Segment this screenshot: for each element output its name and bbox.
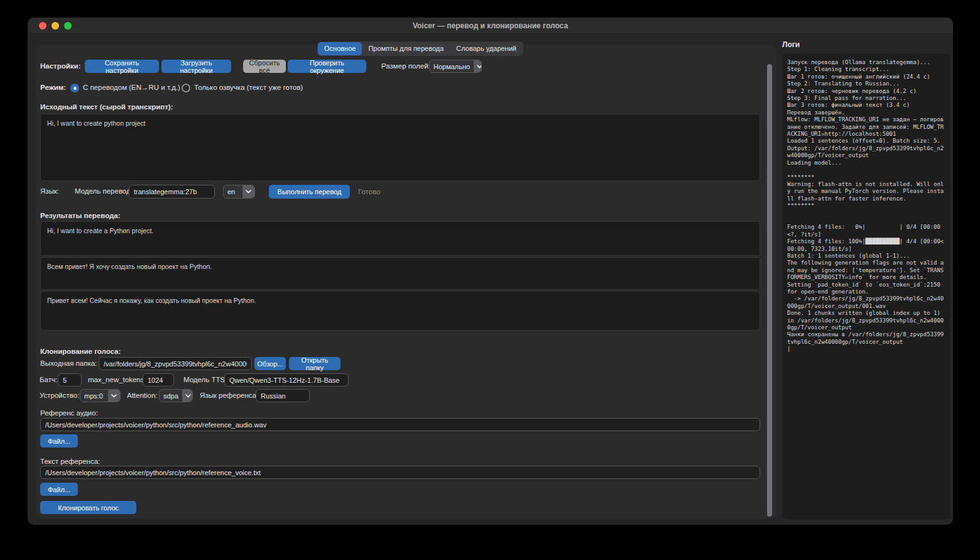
output-folder-input[interactable] xyxy=(99,357,252,370)
max-new-tokens-input[interactable] xyxy=(143,373,174,387)
chevron-down-icon xyxy=(182,390,193,402)
voice-cloning-label: Клонирование голоса: xyxy=(40,345,121,358)
results-label: Результаты перевода: xyxy=(40,209,121,222)
result-text-area-3[interactable]: Привет всем! Сейчас я покажу, как создат… xyxy=(40,291,760,331)
open-folder-button[interactable]: Открыть папку xyxy=(289,357,340,370)
device-label: Устройство: xyxy=(40,389,79,402)
reference-audio-input[interactable] xyxy=(40,418,760,431)
language-label: Язык: xyxy=(40,185,59,198)
device-select[interactable]: mps:0 xyxy=(80,389,121,402)
log-output: Запуск перевода (Ollama translategemma).… xyxy=(782,53,950,519)
chevron-down-icon xyxy=(108,390,120,402)
mode-voice-only-label: Только озвучка (текст уже готов) xyxy=(194,81,303,94)
result-text-area-2[interactable]: Всем привет! Я хочу создать новый проект… xyxy=(40,257,760,290)
field-size-label: Размер полей: xyxy=(381,60,430,73)
traffic-lights xyxy=(39,22,72,30)
device-value: mps:0 xyxy=(80,390,108,402)
title-bar: Voicer — перевод и клонирование голоса xyxy=(28,18,953,34)
chevron-down-icon xyxy=(242,185,254,198)
check-environment-button[interactable]: Проверить окружение xyxy=(288,60,366,73)
clone-voice-button[interactable]: Клонировать голос xyxy=(40,501,136,514)
reset-all-button[interactable]: Сбросить всё xyxy=(243,60,286,73)
browse-button[interactable]: Обзор... xyxy=(254,357,286,370)
result-text-area-1[interactable]: Hi, I want to create a Python project. xyxy=(40,221,760,256)
reference-language-input[interactable] xyxy=(256,389,310,402)
batch-input[interactable] xyxy=(58,373,82,387)
source-text-label: Исходный текст (сырой транскрипт): xyxy=(40,101,173,114)
minimize-window-button[interactable] xyxy=(52,22,59,30)
tab-bar: Основное Промпты для перевода Словарь уд… xyxy=(317,41,523,56)
zoom-window-button[interactable] xyxy=(64,22,72,30)
mode-label: Режим: xyxy=(40,81,66,94)
tts-model-label: Модель TTS: xyxy=(183,373,227,387)
source-language-select[interactable]: en xyxy=(223,185,255,199)
field-size-value: Нормально xyxy=(430,60,474,72)
field-size-select[interactable]: Нормально xyxy=(429,60,482,73)
attention-label: Attention: xyxy=(127,389,158,402)
batch-label: Батч: xyxy=(40,373,57,387)
load-settings-button[interactable]: Загрузить настройки xyxy=(161,60,231,73)
mode-translate-label: С переводом (EN→RU и т.д.) xyxy=(83,81,180,94)
tab-main[interactable]: Основное xyxy=(318,42,362,55)
translation-model-label: Модель перевода: xyxy=(75,185,136,198)
source-text-area[interactable]: Hi, I want to create python project xyxy=(40,114,760,181)
attention-select[interactable]: sdpa xyxy=(159,389,193,402)
reference-audio-file-button[interactable]: Файл... xyxy=(40,434,78,447)
translation-model-input[interactable] xyxy=(129,185,215,199)
chevron-down-icon xyxy=(474,60,482,72)
tab-translation-prompts[interactable]: Промпты для перевода xyxy=(362,42,450,55)
reference-language-label: Язык референса: xyxy=(200,389,258,402)
window-title: Voicer — перевод и клонирование голоса xyxy=(28,18,953,34)
close-window-button[interactable] xyxy=(39,22,46,30)
settings-label: Настройки: xyxy=(40,60,81,73)
run-translation-button[interactable]: Выполнить перевод xyxy=(269,185,350,199)
mode-radio-voice-only[interactable] xyxy=(182,84,190,92)
tts-model-input[interactable] xyxy=(224,373,349,387)
app-window: Voicer — перевод и клонирование голоса О… xyxy=(28,18,953,525)
mode-radio-translate[interactable] xyxy=(70,84,79,92)
reference-text-file-button[interactable]: Файл... xyxy=(40,483,78,496)
main-scrollbar-thumb[interactable] xyxy=(767,64,772,517)
attention-value: sdpa xyxy=(160,390,182,402)
source-language-value: en xyxy=(224,185,242,198)
save-settings-button[interactable]: Сохранить настройки xyxy=(85,60,159,73)
tab-stress-dictionary[interactable]: Словарь ударений xyxy=(450,42,523,55)
translation-status: Готово xyxy=(358,185,381,199)
output-folder-label: Выходная папка: xyxy=(40,357,97,370)
logs-title: Логи xyxy=(782,38,800,52)
max-new-tokens-label: max_new_tokens: xyxy=(88,373,146,387)
reference-text-input[interactable] xyxy=(40,466,760,479)
